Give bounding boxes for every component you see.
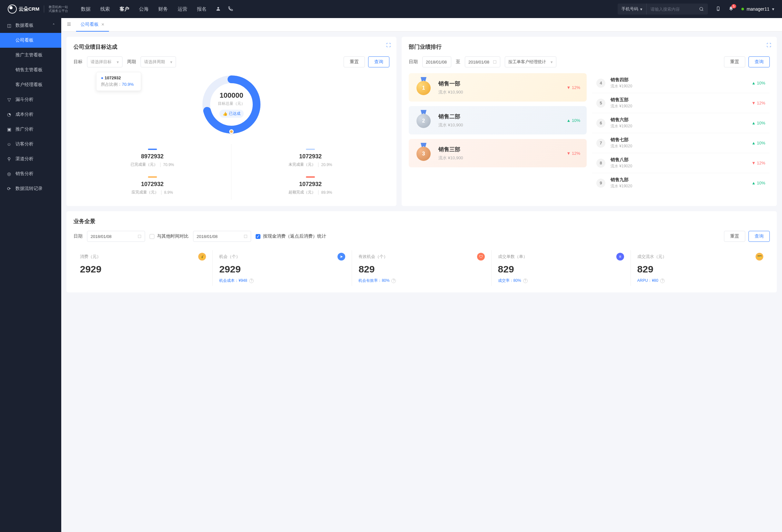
sidebar-item[interactable]: ◔成本分析 <box>0 107 61 122</box>
sidebar-icon: ⚲ <box>6 156 11 162</box>
rank-row[interactable]: 9销售九部流水 ¥19020▲ 10% <box>592 173 770 193</box>
cash-stat-checkbox[interactable]: ✓ 按现金消费（返点后消费）统计 <box>256 234 326 239</box>
date-from-input[interactable]: 2018/01/08 <box>422 57 451 67</box>
sidebar-item[interactable]: ◫数据看板˄ <box>0 18 61 33</box>
metric-card: 消费（元）💰 2929 <box>73 250 212 286</box>
card-ranking: ⛶ 部门业绩排行 日期 2018/01/08 至 2018/01/08☐ 按工单… <box>402 37 777 206</box>
nav-item[interactable]: 报名 <box>197 6 207 12</box>
sidebar-item[interactable]: 推广主管看板 <box>0 48 61 63</box>
metric-card: 成交流水（元）💳 829 ARPU：¥80? <box>631 250 770 286</box>
chevron-down-icon: ▾ <box>640 7 642 11</box>
reset-button[interactable]: 重置 <box>344 57 365 67</box>
query-button[interactable]: 查询 <box>748 231 770 242</box>
metric-icon: ≡ <box>616 253 624 260</box>
help-icon[interactable]: ? <box>249 279 254 283</box>
card-overview-title: 业务全景 <box>73 218 770 225</box>
expand-icon[interactable]: ⛶ <box>386 42 391 48</box>
tab-company-board[interactable]: 公司看板 ✕ <box>76 18 109 32</box>
nav-item[interactable]: 线索 <box>100 6 110 12</box>
donut-badge: 👍 已达成 <box>219 110 244 118</box>
expand-icon[interactable]: ⛶ <box>767 42 771 48</box>
donut-total: 100000 <box>219 91 243 100</box>
svg-point-1 <box>700 7 703 10</box>
sidebar-item[interactable]: 公司看板 <box>0 33 61 48</box>
date-label: 日期 <box>409 59 418 65</box>
reset-button[interactable]: 重置 <box>724 231 745 242</box>
mobile-icon[interactable] <box>716 6 721 12</box>
rank-row[interactable]: 8销售八部流水 ¥19020▼ 12% <box>592 153 770 173</box>
nav-item[interactable]: 运营 <box>178 6 187 12</box>
donut-stat: 1072932应完成量（元）8.9% <box>73 172 232 200</box>
date-label: 日期 <box>73 234 82 239</box>
help-icon[interactable]: ? <box>660 279 665 283</box>
nav-item[interactable]: 客户 <box>119 6 129 12</box>
chevron-up-icon: ˄ <box>52 23 55 28</box>
date-to-input[interactable]: 2018/01/08☐ <box>465 57 500 67</box>
query-button[interactable]: 查询 <box>748 57 770 67</box>
sidebar-item[interactable]: ▣推广分析 <box>0 122 61 137</box>
medal-icon: 2 <box>415 112 432 129</box>
query-button[interactable]: 查询 <box>368 57 389 67</box>
user-icon[interactable] <box>216 6 221 12</box>
card-target-title: 公司业绩目标达成 <box>73 43 389 50</box>
user-menu[interactable]: manager11 ▾ <box>741 6 774 11</box>
card-ranking-title: 部门业绩排行 <box>409 43 770 50</box>
sidebar-item[interactable]: ⟳数据流转记录 <box>0 181 61 196</box>
status-dot <box>741 8 744 10</box>
metric-card: 机会（个）➤ 2929 机会成本：¥948? <box>212 250 352 286</box>
sidebar-icon: ◔ <box>6 112 11 117</box>
compare-checkbox[interactable]: 与其他时间对比 <box>149 234 188 239</box>
metric-icon: ➤ <box>337 253 345 260</box>
calendar-icon: ☐ <box>493 60 497 65</box>
svg-point-3 <box>718 10 718 10</box>
metric-card: 成交单数（单）≡ 829 成交率：80%? <box>491 250 631 286</box>
period-label: 周期 <box>127 59 136 65</box>
sidebar-item[interactable]: ◎销售分析 <box>0 166 61 181</box>
rank-row[interactable]: 7销售七部流水 ¥19020▲ 10% <box>592 133 770 153</box>
rank-change: ▼ 12% <box>567 151 580 156</box>
search-button[interactable] <box>695 4 708 14</box>
groupby-select[interactable]: 按工单客户经理统计▾ <box>505 57 556 67</box>
help-icon[interactable]: ? <box>391 279 396 283</box>
donut-stat: 8972932已完成量（元）70.9% <box>73 144 232 172</box>
collapse-sidebar-button[interactable] <box>66 22 72 28</box>
notification-button[interactable]: 5 <box>728 6 734 12</box>
sidebar-item[interactable]: ☺访客分析 <box>0 137 61 151</box>
sidebar: ◫数据看板˄公司看板推广主管看板销售主管看板客户经理看板▽漏斗分析◔成本分析▣推… <box>0 18 61 532</box>
rank-row[interactable]: 5销售五部流水 ¥19020▼ 12% <box>592 93 770 113</box>
donut-chart: 100000 目标总量（元） 👍 已达成 <box>201 74 262 135</box>
rank-top-card[interactable]: 1 销售一部流水 ¥10,900 ▼ 12% <box>409 73 586 102</box>
rank-row[interactable]: 4销售四部流水 ¥19020▲ 10% <box>592 73 770 93</box>
nav-item[interactable]: 数据 <box>81 6 91 12</box>
help-icon[interactable]: ? <box>523 279 528 283</box>
card-target: ⛶ 公司业绩目标达成 目标 请选择目标▾ 周期 请选择周期▾ 重置 查询 <box>66 37 396 206</box>
date2-input[interactable]: 2018/01/08☐ <box>193 231 251 242</box>
close-icon[interactable]: ✕ <box>101 22 104 27</box>
notification-count: 5 <box>732 4 737 8</box>
sidebar-item[interactable]: ▽漏斗分析 <box>0 92 61 107</box>
rank-top-card[interactable]: 2 销售二部流水 ¥10,900 ▲ 10% <box>409 106 586 135</box>
rank-row[interactable]: 6销售六部流水 ¥19020▲ 10% <box>592 113 770 133</box>
thumb-up-icon: 👍 <box>223 112 227 116</box>
sidebar-item[interactable]: 销售主管看板 <box>0 63 61 77</box>
nav-items: 数据线索客户公海财务运营报名 <box>81 6 207 12</box>
svg-point-0 <box>218 7 219 8</box>
sidebar-icon: ☺ <box>6 142 11 147</box>
rank-top-card[interactable]: 3 销售三部流水 ¥10,900 ▼ 12% <box>409 139 586 167</box>
logo[interactable]: 云朵CRM 教育机构一站式服务云平台 <box>8 4 68 13</box>
search-type-select[interactable]: 手机号码 ▾ <box>617 4 647 14</box>
period-select[interactable]: 请选择周期▾ <box>141 57 176 67</box>
logo-icon <box>8 4 17 13</box>
nav-item[interactable]: 财务 <box>158 6 168 12</box>
sidebar-item[interactable]: ⚲渠道分析 <box>0 151 61 166</box>
sidebar-item[interactable]: 客户经理看板 <box>0 77 61 92</box>
donut-stat: 1072932超额完成（元）89.9% <box>232 172 389 200</box>
phone-icon[interactable] <box>228 6 233 12</box>
target-select[interactable]: 请选择目标▾ <box>87 57 122 67</box>
nav-item[interactable]: 公海 <box>139 6 149 12</box>
search-input[interactable] <box>647 7 695 11</box>
chevron-down-icon: ▾ <box>772 6 774 11</box>
date1-input[interactable]: 2018/01/08☐ <box>87 231 145 242</box>
main-content: 公司看板 ✕ ⛶ 公司业绩目标达成 目标 请选择目标▾ 周期 请选择周期▾ 重置 <box>61 18 782 532</box>
reset-button[interactable]: 重置 <box>724 57 745 67</box>
